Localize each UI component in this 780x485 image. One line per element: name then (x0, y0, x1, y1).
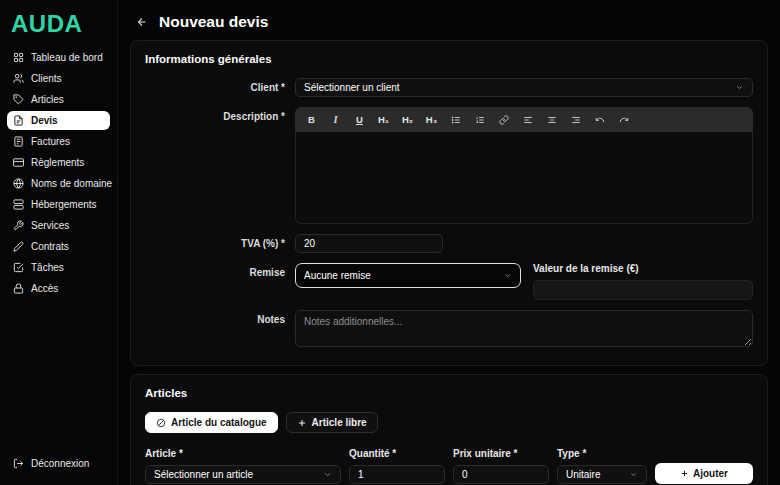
type-label: Type * (557, 448, 647, 459)
chevron-down-icon (323, 470, 332, 479)
general-info-title: Informations générales (145, 53, 753, 65)
remise-value-input[interactable] (533, 280, 753, 300)
description-label: Description * (145, 107, 295, 224)
arrow-left-icon (136, 16, 148, 28)
client-label: Client * (145, 78, 295, 97)
sidebar-item-devis[interactable]: Devis (7, 111, 110, 130)
remise-row: Remise Aucune remise Valeur de la remise… (145, 263, 753, 300)
sidebar-item-contrats[interactable]: Contrats (7, 237, 110, 256)
remise-value-label: Valeur de la remise (€) (533, 263, 753, 274)
main-area: Nouveau devis Informations générales Cli… (118, 0, 780, 485)
tag-circle-icon (156, 418, 166, 428)
logout-icon (13, 458, 24, 469)
sidebar-item-tableau-de-bord[interactable]: Tableau de bord (7, 48, 110, 67)
align-left-icon[interactable] (517, 111, 538, 129)
globe-icon (13, 178, 24, 189)
add-article-form: Article * Sélectionner un article Quanti… (145, 448, 753, 484)
back-button[interactable] (136, 16, 148, 28)
heading1-button[interactable]: H₁ (373, 111, 394, 129)
sidebar-item-label: Accès (31, 283, 58, 294)
content: Informations générales Client * Sélectio… (118, 40, 780, 485)
unit-price-input[interactable] (453, 465, 549, 484)
quantity-input[interactable] (349, 465, 445, 484)
plus-icon (297, 418, 307, 428)
sidebar-item-acces[interactable]: Accès (7, 279, 110, 298)
receipt-icon (13, 136, 24, 147)
heading2-button[interactable]: H₂ (397, 111, 418, 129)
quantity-label: Quantité * (349, 448, 445, 459)
sidebar-item-reglements[interactable]: Règlements (7, 153, 110, 172)
underline-button[interactable]: U (349, 111, 370, 129)
sidebar-item-taches[interactable]: Tâches (7, 258, 110, 277)
page-header: Nouveau devis (118, 0, 780, 40)
italic-button[interactable]: I (325, 111, 346, 129)
users-icon (13, 73, 24, 84)
chevron-down-icon (629, 470, 638, 479)
bold-button[interactable]: B (301, 111, 322, 129)
free-article-button[interactable]: Article libre (286, 412, 378, 433)
type-select[interactable]: Unitaire (557, 465, 647, 484)
remise-label: Remise (145, 263, 295, 300)
add-article-button[interactable]: Ajouter (655, 463, 753, 484)
chevron-down-icon (503, 271, 512, 280)
tag-icon (13, 94, 24, 105)
server-icon (13, 199, 24, 210)
link-icon[interactable] (493, 111, 514, 129)
remise-select-value: Aucune remise (304, 270, 371, 281)
articles-title: Articles (145, 387, 753, 399)
article-label: Article * (145, 448, 341, 459)
sidebar-item-label: Hébergements (31, 199, 97, 210)
tva-input[interactable] (295, 234, 443, 253)
ordered-list-icon[interactable] (469, 111, 490, 129)
notes-textarea[interactable] (295, 310, 753, 347)
sidebar-item-label: Contrats (31, 241, 69, 252)
sidebar-item-hebergements[interactable]: Hébergements (7, 195, 110, 214)
sidebar-item-articles[interactable]: Articles (7, 90, 110, 109)
sidebar-item-factures[interactable]: Factures (7, 132, 110, 151)
check-square-icon (13, 262, 24, 273)
general-info-card: Informations générales Client * Sélectio… (130, 40, 768, 366)
page-title: Nouveau devis (159, 13, 268, 31)
logout-button[interactable]: Déconnexion (7, 454, 110, 473)
client-row: Client * Sélectionner un client (145, 78, 753, 97)
file-text-icon (13, 115, 24, 126)
plus-icon (680, 469, 689, 478)
align-center-icon[interactable] (541, 111, 562, 129)
logout-label: Déconnexion (31, 458, 89, 469)
chevron-down-icon (735, 83, 744, 92)
free-article-label: Article libre (312, 417, 367, 428)
sidebar-item-clients[interactable]: Clients (7, 69, 110, 88)
sidebar-item-label: Devis (31, 115, 58, 126)
sidebar-item-label: Factures (31, 136, 70, 147)
client-select-value: Sélectionner un client (304, 82, 400, 93)
align-right-icon[interactable] (565, 111, 586, 129)
lock-icon (13, 283, 24, 294)
tva-label: TVA (%) * (145, 234, 295, 253)
type-select-value: Unitaire (566, 469, 600, 480)
remise-select[interactable]: Aucune remise (295, 263, 521, 288)
sidebar: AUDA Tableau de bord Clients Articles De… (0, 0, 118, 485)
sidebar-item-label: Clients (31, 73, 62, 84)
dashboard-icon (13, 52, 24, 63)
undo-icon[interactable] (589, 111, 610, 129)
app-logo: AUDA (7, 8, 110, 48)
article-select-value: Sélectionner un article (154, 469, 253, 480)
unit-price-label: Prix unitaire * (453, 448, 549, 459)
catalog-article-button[interactable]: Article du catalogue (145, 412, 278, 433)
sidebar-item-label: Tâches (31, 262, 64, 273)
client-select[interactable]: Sélectionner un client (295, 78, 753, 97)
add-article-label: Ajouter (693, 468, 728, 479)
heading3-button[interactable]: H₃ (421, 111, 442, 129)
description-editor[interactable] (295, 132, 753, 224)
article-select[interactable]: Sélectionner un article (145, 465, 341, 484)
articles-card: Articles Article du catalogue Article li… (130, 374, 768, 485)
redo-icon[interactable] (613, 111, 634, 129)
bullet-list-icon[interactable] (445, 111, 466, 129)
rich-text-toolbar: B I U H₁ H₂ H₃ (295, 107, 753, 132)
sidebar-item-label: Tableau de bord (31, 52, 103, 63)
pen-icon (13, 241, 24, 252)
description-row: Description * B I U H₁ H₂ H₃ (145, 107, 753, 224)
article-mode-buttons: Article du catalogue Article libre (145, 412, 753, 433)
sidebar-item-noms-de-domaine[interactable]: Noms de domaine (7, 174, 110, 193)
sidebar-item-services[interactable]: Services (7, 216, 110, 235)
